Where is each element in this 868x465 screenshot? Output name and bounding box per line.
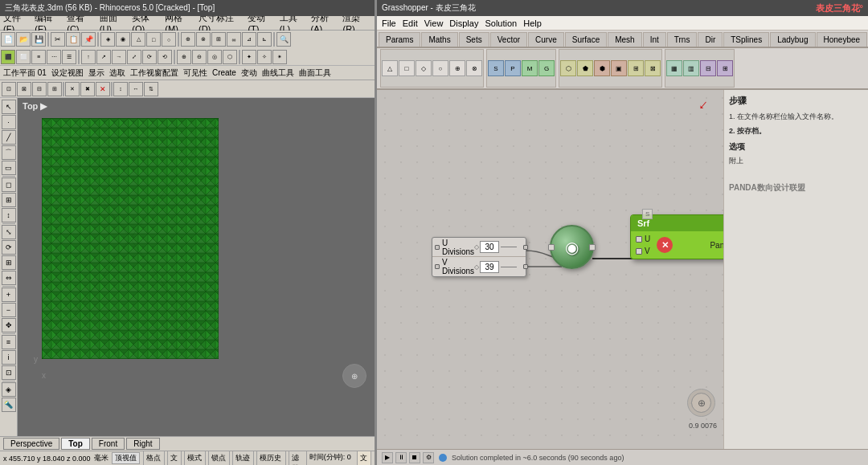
gh-comp-3[interactable]: ◇: [416, 60, 432, 76]
sphere-node[interactable]: ◉: [550, 225, 594, 269]
gh-comp-9[interactable]: M: [522, 60, 538, 76]
gh-comp-1[interactable]: △: [382, 60, 398, 76]
lt-curve[interactable]: ⌒: [2, 145, 16, 160]
tb-paste[interactable]: 📌: [81, 32, 96, 47]
sphere-port-left[interactable]: [548, 244, 555, 251]
gh-comp-17[interactable]: ▦: [666, 60, 682, 76]
gh-icon-3[interactable]: ⏹: [409, 452, 420, 463]
tb-cut[interactable]: ✂: [51, 32, 65, 47]
gh-comp-16[interactable]: ⊠: [645, 60, 661, 76]
sec-menu-2[interactable]: 设定视图: [51, 67, 84, 79]
lt-mesh[interactable]: ⊞: [2, 193, 16, 207]
tb2-17[interactable]: ✧: [257, 50, 272, 64]
sec-menu-7[interactable]: Create: [212, 68, 236, 77]
gh-comp-6[interactable]: ⊗: [466, 60, 482, 76]
sphere-port-right[interactable]: [589, 244, 596, 251]
v-divisions-port-right[interactable]: [523, 264, 528, 269]
sec-menu-8[interactable]: 变动: [241, 67, 257, 79]
tb-save[interactable]: 💾: [31, 32, 46, 47]
lock-snap[interactable]: 锁定格点: [143, 451, 165, 465]
sec-menu-6[interactable]: 可见性: [183, 67, 207, 79]
et-7[interactable]: ✕: [96, 82, 110, 96]
lt-layer[interactable]: ≡: [2, 335, 16, 349]
gh-icon-1[interactable]: ▶: [382, 452, 393, 463]
tb2-12[interactable]: ⊕: [177, 50, 191, 64]
tb-tool6[interactable]: □: [146, 32, 161, 47]
gh-tab-trns[interactable]: Trns: [667, 32, 698, 47]
obj-snap[interactable]: 物件锁点: [208, 451, 230, 465]
gh-menu-help[interactable]: Help: [523, 18, 542, 28]
gh-icon-4[interactable]: ⚙: [423, 452, 434, 463]
tab-right[interactable]: Right: [126, 438, 159, 450]
tb-new[interactable]: 📄: [1, 32, 15, 47]
tb2-11[interactable]: ⟲: [158, 50, 172, 64]
tab-front[interactable]: Front: [92, 438, 125, 450]
tb2-8[interactable]: →: [112, 50, 126, 64]
tb2-5[interactable]: ☰: [62, 50, 76, 64]
tb2-4[interactable]: ⋯: [47, 50, 61, 64]
gh-tab-sets[interactable]: Sets: [459, 32, 489, 47]
tb-copy[interactable]: 📋: [66, 32, 80, 47]
planar-mode[interactable]: 平面模式: [184, 451, 206, 465]
lt-analysis[interactable]: ◈: [2, 382, 16, 397]
lt-render[interactable]: 🔦: [2, 398, 16, 412]
tb2-10[interactable]: ⟳: [142, 50, 157, 64]
sec-menu-10[interactable]: 曲面工具: [299, 67, 331, 79]
gh-comp-4[interactable]: ○: [432, 60, 448, 76]
u-value-box[interactable]: 30: [480, 241, 499, 253]
tb-tool12[interactable]: ⊿: [242, 32, 256, 47]
sec-menu-3[interactable]: 显示: [88, 67, 104, 79]
tb-tool4[interactable]: ◉: [116, 32, 130, 47]
gh-comp-10[interactable]: G: [538, 60, 555, 76]
tab-top[interactable]: Top: [61, 438, 90, 450]
tb2-3[interactable]: ≡: [31, 50, 46, 64]
tb-tool10[interactable]: ⊞: [211, 32, 226, 47]
gh-comp-2[interactable]: □: [399, 60, 415, 76]
et-1[interactable]: ⊡: [2, 82, 16, 96]
gh-comp-8[interactable]: P: [505, 60, 521, 76]
tb2-13[interactable]: ⊖: [192, 50, 207, 64]
lt-line[interactable]: ╱: [2, 130, 16, 145]
gh-comp-5[interactable]: ⊕: [449, 60, 465, 76]
tb-tool5[interactable]: △: [131, 32, 145, 47]
u-divisions-port-left[interactable]: [435, 245, 440, 250]
lt-snap[interactable]: ⊡: [2, 365, 16, 380]
et-9[interactable]: ↔: [129, 82, 143, 96]
tb2-6[interactable]: ↑: [81, 50, 96, 64]
gh-icon-2[interactable]: ⏸: [395, 452, 407, 463]
gh-tab-mesh[interactable]: Mesh: [608, 32, 641, 47]
tb2-1[interactable]: ⬛: [1, 50, 15, 64]
tb2-2[interactable]: ⬜: [16, 50, 31, 64]
sec-menu-4[interactable]: 选取: [109, 67, 125, 79]
sec-menu-1[interactable]: 工作平面 01: [3, 67, 47, 79]
tb-tool11[interactable]: ∞: [227, 32, 241, 47]
tb-tool7[interactable]: ○: [162, 32, 176, 47]
srf-u-port[interactable]: [636, 236, 642, 243]
v-divisions-port-left[interactable]: [435, 264, 440, 269]
gh-comp-11[interactable]: ⬡: [560, 60, 576, 76]
gh-menu-display[interactable]: Display: [449, 18, 478, 28]
gh-tab-vector[interactable]: Vector: [490, 32, 527, 47]
tab-perspective[interactable]: Perspective: [3, 438, 59, 450]
gh-tab-maths[interactable]: Maths: [421, 32, 457, 47]
gh-menu-file[interactable]: File: [382, 18, 396, 28]
gh-comp-14[interactable]: ▣: [611, 60, 627, 76]
gh-tab-int[interactable]: Int: [643, 32, 666, 47]
srf-v-port[interactable]: [636, 248, 642, 255]
gh-comp-7[interactable]: S: [488, 60, 504, 76]
gh-canvas[interactable]: ↓: [377, 90, 723, 449]
sec-menu-9[interactable]: 曲线工具: [262, 67, 294, 79]
tb-tool3[interactable]: ◈: [100, 32, 115, 47]
gh-tab-honeybee[interactable]: Honeybee: [817, 32, 868, 47]
gh-comp-15[interactable]: ⊞: [628, 60, 644, 76]
tb2-16[interactable]: ✦: [242, 50, 256, 64]
gh-menu-solution[interactable]: Solution: [485, 18, 517, 28]
et-6[interactable]: ✖: [80, 82, 95, 96]
canvas-nav-circle[interactable]: ⊕: [687, 389, 715, 417]
gh-tab-surface[interactable]: Surface: [565, 32, 607, 47]
lt-transform[interactable]: ⤡: [2, 225, 16, 239]
gh-tab-curve[interactable]: Curve: [528, 32, 564, 47]
et-3[interactable]: ⊟: [32, 82, 47, 96]
divisions-node[interactable]: U Divisions ◇ 30: [432, 237, 526, 277]
gh-menu-view[interactable]: View: [424, 18, 444, 28]
